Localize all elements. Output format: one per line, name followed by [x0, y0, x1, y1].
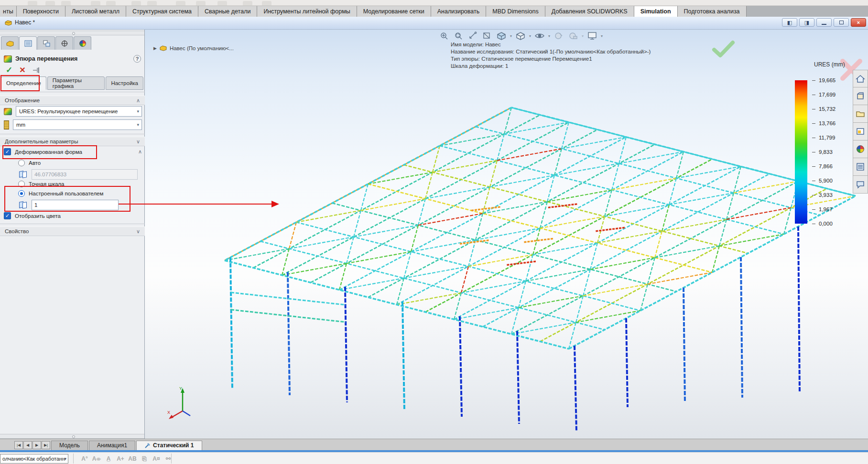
auto-scale-radio[interactable]: [18, 160, 25, 166]
expand-arrow-icon[interactable]: ▶: [153, 46, 157, 51]
feature-manager-tabs: [1, 36, 92, 50]
tab-animation1[interactable]: Анимация1: [89, 441, 135, 450]
confirmation-check-icon[interactable]: [711, 40, 736, 58]
tab-dimxpertmanager[interactable]: [55, 36, 73, 50]
auto-scale-field[interactable]: [32, 169, 138, 180]
dimxpert-icon: [61, 40, 68, 47]
section-display[interactable]: Отображение ∧: [0, 96, 145, 105]
tab-simulation[interactable]: Simulation: [634, 6, 678, 17]
legend-value: 11,799: [812, 134, 835, 141]
annotation-tool-icon[interactable]: A¤: [151, 454, 162, 464]
minimize-button[interactable]: [816, 18, 832, 27]
user-defined-radio[interactable]: [18, 190, 25, 197]
legend-values: 19,665 17,699 15,732 13,766 11,799 9,833…: [812, 77, 835, 227]
tab-evaluate[interactable]: Анализировать: [431, 6, 487, 17]
auto-scale-label: Авто: [29, 160, 41, 166]
custom-properties-button[interactable]: [853, 158, 868, 176]
tab-mold-tools[interactable]: Инструменты литейной формы: [257, 6, 357, 17]
next-tab-button[interactable]: ▶: [33, 441, 41, 449]
tab-mesh-modeling[interactable]: Моделирование сетки: [357, 6, 431, 17]
forum-button[interactable]: [853, 176, 868, 194]
result-component-select[interactable]: URES: Результирующее перемещение ▾: [16, 106, 142, 117]
pm-tab-chart-options[interactable]: Параметры графика: [47, 76, 105, 90]
tab-sheet-metal[interactable]: Листовой металл: [65, 6, 126, 17]
zoom-to-selection-icon[interactable]: [467, 31, 478, 41]
tab-featuremanager[interactable]: [1, 36, 19, 50]
home-button[interactable]: [853, 70, 868, 87]
annotation-tool-icon[interactable]: ⎘: [139, 454, 150, 464]
chevron-down-icon[interactable]: ▾: [582, 34, 584, 38]
tab-configurationmanager[interactable]: [37, 36, 55, 50]
true-scale-radio[interactable]: [18, 181, 25, 187]
first-tab-button[interactable]: |◀: [14, 441, 23, 449]
show-colors-checkbox[interactable]: ✓: [4, 212, 11, 219]
graphics-area[interactable]: ▾ ▾ ▾ ▾ ▾ ▶ Навес (По умолчанию<... Имя …: [145, 30, 868, 439]
pm-tab-definition[interactable]: Определение: [1, 76, 46, 90]
minimize-icon: [822, 24, 826, 25]
appearances-button[interactable]: [853, 140, 868, 158]
user-scale-field[interactable]: [32, 200, 119, 210]
restore-button[interactable]: [834, 18, 849, 27]
collapse-left-pane-button[interactable]: ◧: [782, 18, 797, 27]
tab-mbd-dimensions[interactable]: MBD Dimensions: [486, 6, 545, 17]
view-palette-button[interactable]: [853, 123, 868, 140]
annotation-tool-icon[interactable]: A̲: [103, 454, 114, 464]
section-display-label: Отображение: [5, 97, 40, 103]
tab-analysis-preparation[interactable]: Подготовка анализа: [678, 6, 747, 17]
section-property-label: Свойство: [5, 228, 29, 234]
annotation-tool-icon[interactable]: ⚯: [163, 454, 174, 464]
file-explorer-button[interactable]: [853, 105, 868, 123]
panel-splitter-top[interactable]: [0, 31, 144, 35]
pm-tab-settings[interactable]: Настройка: [106, 76, 143, 90]
chevron-down-icon[interactable]: ▾: [601, 34, 603, 38]
fea-model-canopy[interactable]: [145, 30, 868, 439]
tab-surfaces[interactable]: Поверхности: [17, 6, 65, 17]
property-manager-panel: Эпюра перемещения ? ✓ ✕ Определение Пара…: [0, 30, 145, 439]
section-property[interactable]: Свойство ∨: [0, 227, 145, 236]
cancel-pm-button[interactable]: ✕: [19, 65, 25, 75]
units-select[interactable]: mm ▾: [13, 119, 142, 130]
chevron-down-icon[interactable]: ▾: [548, 34, 550, 38]
tab-weldments[interactable]: Сварные детали: [198, 6, 257, 17]
chevron-down-icon[interactable]: ▾: [529, 34, 531, 38]
zoom-to-area-icon[interactable]: [453, 31, 464, 41]
panel-splitter-bottom[interactable]: [0, 434, 144, 439]
ok-button[interactable]: ✓: [6, 65, 12, 75]
tab-static-study[interactable]: Статический 1: [136, 441, 202, 450]
annotation-tool-icon[interactable]: A°: [79, 454, 90, 464]
tab-solidworks-addins[interactable]: Добавления SOLIDWORKS: [545, 6, 634, 17]
hide-show-items-icon[interactable]: [534, 31, 545, 41]
design-library-button[interactable]: [853, 87, 868, 105]
expand-pane-button[interactable]: ◨: [799, 18, 814, 27]
apply-scene-icon[interactable]: [567, 31, 579, 41]
tab-features-cut[interactable]: нты: [0, 6, 17, 17]
configuration-combo[interactable]: олчанию<Как обработанн ▾: [0, 454, 68, 464]
svg-text:X: X: [167, 410, 170, 415]
annotation-tool-icon[interactable]: AB: [127, 454, 138, 464]
section-view-icon[interactable]: [481, 31, 493, 41]
last-tab-button[interactable]: ▶|: [42, 441, 50, 449]
prev-tab-button[interactable]: ◀: [23, 441, 32, 449]
restore-icon: [839, 21, 844, 24]
heads-up-view-toolbar: ▾ ▾ ▾ ▾ ▾: [438, 31, 603, 41]
close-button[interactable]: ×: [851, 18, 866, 27]
view-settings-icon[interactable]: [586, 31, 598, 41]
deformed-shape-checkbox[interactable]: ✓: [4, 148, 11, 155]
document-title-text: Навес *: [15, 19, 35, 26]
info-study-name: Название исследования: Статический 1(-По…: [451, 48, 651, 55]
annotation-tool-icon[interactable]: A⌯: [91, 454, 102, 464]
tab-structure-system[interactable]: Структурная система: [126, 6, 198, 17]
display-style-icon[interactable]: [515, 31, 526, 41]
flyout-feature-tree[interactable]: ▶ Навес (По умолчанию<...: [153, 45, 234, 51]
help-button[interactable]: ?: [133, 55, 141, 63]
chevron-down-icon[interactable]: ▾: [510, 34, 512, 38]
zoom-to-fit-icon[interactable]: [438, 31, 450, 41]
section-advanced-options[interactable]: Дополнительные параметры ∨: [0, 137, 145, 146]
edit-appearance-icon[interactable]: [553, 31, 564, 41]
annotation-tool-icon[interactable]: A+: [115, 454, 126, 464]
pin-icon[interactable]: [33, 67, 42, 74]
tab-model[interactable]: Модель: [51, 441, 88, 450]
tab-propertymanager[interactable]: [19, 36, 37, 50]
view-orientation-icon[interactable]: [496, 31, 507, 41]
tab-displaymanager[interactable]: [74, 36, 91, 50]
